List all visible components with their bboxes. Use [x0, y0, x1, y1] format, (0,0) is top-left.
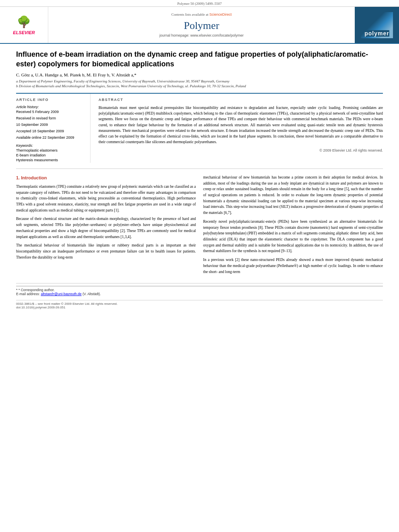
abstract-panel: ABSTRACT Biomaterials must meet special … — [99, 94, 383, 163]
footer-doi: doi:10.1016/j.polymer.2009.09.051 — [16, 306, 383, 309]
email-name: (V. Altstädt). — [82, 292, 101, 296]
elsevier-logo-area: 🌳 ELSEVIER — [0, 7, 48, 43]
polymer-badge-text: polymer — [364, 30, 389, 37]
email-link[interactable]: altstaedт@uni-bayreuth.de — [41, 292, 81, 296]
intro-para-1: Thermoplastic elastomers (TPE) constitut… — [16, 184, 196, 214]
polymer-badge-image: polymer — [361, 12, 393, 38]
keyword-3: Hysteresis measurements — [16, 158, 86, 162]
keywords-section: Keywords: Thermoplastic elastomers E-bea… — [16, 144, 86, 162]
affiliation-b: b Division of Biomaterials and Microbiol… — [16, 84, 383, 89]
journal-title: Polymer — [184, 20, 219, 32]
abstract-text: Biomaterials must meet special medical p… — [99, 105, 383, 145]
body-col-left: 1. Introduction Thermoplastic elastomers… — [16, 175, 196, 278]
intro-para-4: mechanical behaviour of new biomaterials… — [203, 175, 383, 216]
available-value: Available online 22 September 2009 — [16, 136, 86, 140]
journal-homepage: journal homepage: www.elsevier.com/locat… — [159, 33, 244, 37]
revised-date: 10 September 2009 — [16, 123, 86, 127]
corresponding-label: * Corresponding author. — [19, 288, 55, 292]
article-info-heading: ARTICLE INFO — [16, 98, 86, 102]
keyword-2: E-beam irradiation — [16, 153, 86, 157]
copyright-line: © 2009 Elsevier Ltd. All rights reserved… — [99, 148, 383, 152]
intro-para-2: Because of their chemical structure and … — [16, 216, 196, 240]
affiliation-a: a Department of Polymer Engineering, Fac… — [16, 79, 383, 84]
article-title: Influence of e-beam irradiation on the d… — [16, 49, 383, 69]
authors-line: C. Götz a, U.A. Handge a, M. Piatek b, M… — [16, 72, 383, 77]
revised-label: Received in revised form — [16, 116, 86, 120]
polymer-badge-area: polymer — [355, 7, 399, 43]
email-label: E-mail address: — [16, 292, 40, 296]
intro-para-6: In a previous work [2] these nano-struct… — [203, 257, 383, 275]
body-section: 1. Introduction Thermoplastic elastomers… — [16, 175, 383, 278]
footer-hr — [16, 286, 383, 286]
article-info-panel: ARTICLE INFO Article history: Received 5… — [16, 94, 90, 163]
elsevier-tree-icon: 🌳 — [17, 15, 31, 29]
intro-para-5: Recently novel poly(aliphatic/aromatic-e… — [203, 219, 383, 254]
footer-copyright: 0032-3861/$ – see front matter © 2009 El… — [16, 302, 383, 306]
history-label: Article history: — [16, 105, 86, 109]
section1-title: 1. Introduction — [16, 175, 196, 181]
received-value: Received 5 February 2009 — [16, 110, 86, 114]
article-container: Influence of e-beam irradiation on the d… — [0, 44, 399, 317]
keyword-1: Thermoplastic elastomers — [16, 148, 86, 152]
journal-citation: Polymer 50 (2009) 5499–5507 — [177, 2, 222, 6]
top-bar: Polymer 50 (2009) 5499–5507 — [0, 0, 399, 7]
abstract-heading: ABSTRACT — [99, 98, 383, 102]
journal-header: 🌳 ELSEVIER Contents lists available at S… — [0, 7, 399, 44]
section-divider — [16, 168, 383, 169]
sciencedirect-line: Contents lists available at ScienceDirec… — [171, 12, 232, 16]
intro-para-3: The mechanical behaviour of biomaterials… — [16, 242, 196, 260]
article-info-abstract-section: ARTICLE INFO Article history: Received 5… — [16, 93, 383, 163]
accepted-value: Accepted 18 September 2009 — [16, 129, 86, 133]
footer-bottom-bar: 0032-3861/$ – see front matter © 2009 El… — [16, 300, 383, 309]
authors-text: C. Götz a, U.A. Handge a, M. Piatek b, M… — [16, 72, 136, 77]
journal-center: Contents lists available at ScienceDirec… — [48, 7, 355, 43]
body-col-right: mechanical behaviour of new biomaterials… — [203, 175, 383, 278]
article-footer: * * Corresponding author. E-mail address… — [16, 283, 383, 296]
affiliations: a Department of Polymer Engineering, Fac… — [16, 79, 383, 89]
elsevier-wordmark: ELSEVIER — [13, 30, 35, 35]
keywords-heading: Keywords: — [16, 144, 86, 148]
sciencedirect-link[interactable]: ScienceDirect — [209, 12, 232, 16]
